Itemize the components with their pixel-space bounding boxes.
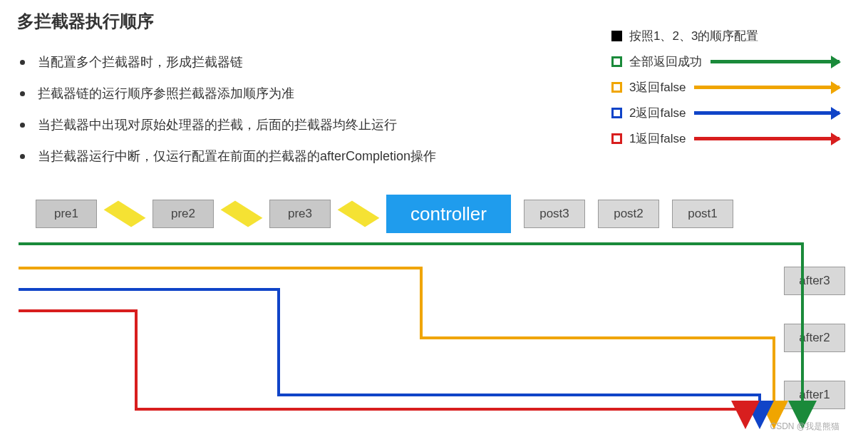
- legend: 按照1、2、3的顺序配置 全部返回成功 3返回false 2返回false 1返…: [611, 23, 839, 151]
- legend-label: 1返回false: [629, 130, 686, 147]
- node-after3: after3: [784, 267, 845, 295]
- legend-label: 按照1、2、3的顺序配置: [629, 28, 758, 44]
- node-after2: after2: [784, 324, 845, 352]
- node-after1: after1: [784, 381, 845, 409]
- bullet-text: 当配置多个拦截器时，形成拦截器链: [38, 53, 243, 71]
- diamond-icon: [221, 201, 263, 227]
- bullet-dot: [20, 123, 25, 128]
- square-icon: [611, 108, 622, 118]
- flow-diagram: pre1 pre2 pre3 controller post3 post2 po…: [19, 197, 845, 432]
- arrow-icon: [694, 137, 839, 140]
- diamond-icon: [338, 201, 380, 227]
- page-title: 多拦截器执行顺序: [17, 10, 154, 33]
- node-pre3: pre3: [269, 200, 331, 228]
- flow-row: pre1 pre2 pre3 controller post3 post2 po…: [19, 197, 845, 231]
- legend-label: 3返回false: [629, 79, 686, 96]
- path-green: [19, 244, 802, 423]
- bullet-item: 拦截器链的运行顺序参照拦截器添加顺序为准: [20, 85, 562, 102]
- bullet-item: 当拦截器中出现对原始处理器的拦截，后面的拦截器均终止运行: [20, 116, 562, 133]
- bullet-text: 拦截器链的运行顺序参照拦截器添加顺序为准: [38, 85, 294, 102]
- node-controller: controller: [386, 195, 511, 233]
- arrow-icon: [694, 111, 839, 115]
- bullet-dot: [20, 60, 25, 65]
- bullet-item: 当拦截器运行中断，仅运行配置在前面的拦截器的afterCompletion操作: [20, 148, 562, 165]
- bullet-list: 当配置多个拦截器时，形成拦截器链 拦截器链的运行顺序参照拦截器添加顺序为准 当拦…: [20, 53, 562, 179]
- bullet-text: 当拦截器运行中断，仅运行配置在前面的拦截器的afterCompletion操作: [38, 148, 436, 165]
- legend-item-1false: 1返回false: [611, 125, 839, 151]
- bullet-dot: [20, 91, 25, 96]
- square-icon: [611, 133, 622, 144]
- square-icon: [611, 56, 622, 67]
- path-blue: [19, 289, 760, 423]
- node-pre2: pre2: [153, 200, 214, 228]
- path-red: [19, 311, 745, 423]
- node-pre1: pre1: [36, 200, 97, 228]
- legend-item-config: 按照1、2、3的顺序配置: [611, 23, 839, 48]
- square-icon: [611, 82, 622, 93]
- node-post3: post3: [524, 200, 585, 228]
- node-post2: post2: [598, 200, 659, 228]
- legend-label: 2返回false: [629, 105, 686, 121]
- watermark: CSDN @我是熊猫: [770, 421, 839, 433]
- square-icon: [611, 31, 622, 41]
- node-post1: post1: [672, 200, 733, 228]
- path-orange: [19, 268, 774, 423]
- bullet-item: 当配置多个拦截器时，形成拦截器链: [20, 53, 562, 71]
- arrow-icon: [694, 86, 839, 89]
- arrow-icon: [711, 60, 839, 63]
- bullet-dot: [20, 154, 25, 159]
- bullet-text: 当拦截器中出现对原始处理器的拦截，后面的拦截器均终止运行: [38, 116, 397, 133]
- legend-item-success: 全部返回成功: [611, 48, 839, 74]
- legend-label: 全部返回成功: [629, 53, 702, 70]
- legend-item-2false: 2返回false: [611, 100, 839, 125]
- legend-item-3false: 3返回false: [611, 74, 839, 100]
- diamond-icon: [104, 201, 146, 227]
